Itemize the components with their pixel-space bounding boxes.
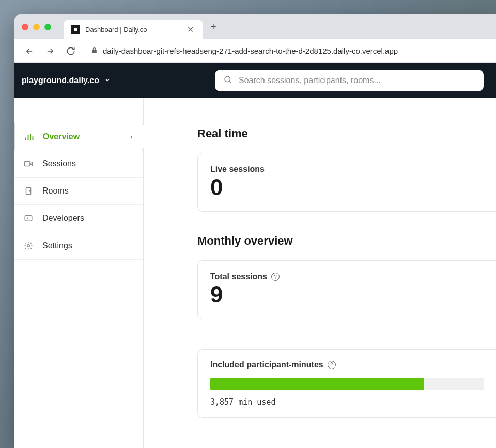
monthly-heading: Monthly overview	[197, 234, 496, 248]
arrow-right-icon: →	[126, 132, 134, 141]
main-content: Real time Live sessions 0 Monthly overvi…	[144, 98, 496, 448]
participant-minutes-label-text: Included participant-minutes	[210, 360, 323, 370]
forward-button[interactable]	[42, 43, 58, 59]
url-field[interactable]: daily-dashboar-git-refs-headseng-271-add…	[84, 43, 489, 59]
chevron-down-icon	[104, 77, 111, 85]
progress-bar	[210, 378, 484, 390]
svg-point-3	[29, 190, 30, 191]
svg-rect-1	[25, 162, 30, 166]
search-container	[215, 70, 484, 91]
sidebar-item-label: Settings	[42, 241, 72, 250]
domain-selector[interactable]: playground.daily.co	[22, 76, 111, 85]
search-icon	[223, 75, 233, 86]
close-window-button[interactable]	[22, 24, 28, 30]
live-sessions-card: Live sessions 0	[197, 153, 496, 212]
top-bar: playground.daily.co	[14, 63, 496, 98]
door-icon	[24, 186, 34, 196]
search-input[interactable]	[239, 76, 475, 85]
app-body: Overview → Sessions Rooms	[14, 98, 496, 448]
gear-icon	[24, 241, 34, 250]
app-container: playground.daily.co	[14, 63, 496, 448]
participant-minutes-label: Included participant-minutes ?	[210, 360, 484, 370]
sidebar-item-settings[interactable]: Settings	[14, 232, 143, 260]
close-tab-button[interactable]: ✕	[185, 25, 196, 35]
sidebar-item-overview[interactable]: Overview →	[14, 123, 144, 150]
sidebar-item-developers[interactable]: Developers	[14, 205, 143, 232]
back-button[interactable]	[22, 43, 37, 59]
sidebar-item-label: Overview	[43, 132, 80, 141]
total-sessions-label-text: Total sessions	[210, 272, 267, 281]
terminal-icon	[24, 214, 34, 223]
sidebar-item-sessions[interactable]: Sessions	[14, 150, 143, 178]
chart-icon	[24, 132, 35, 141]
total-sessions-value: 9	[210, 282, 484, 307]
svg-point-0	[225, 76, 230, 82]
browser-tab[interactable]: Dashboard | Daily.co ✕	[64, 20, 203, 39]
realtime-heading: Real time	[197, 127, 496, 140]
url-text: daily-dashboar-git-refs-headseng-271-add…	[103, 46, 398, 55]
traffic-lights	[22, 24, 51, 30]
tab-title: Dashboard | Daily.co	[85, 26, 180, 34]
sidebar-item-rooms[interactable]: Rooms	[14, 178, 143, 205]
sidebar-item-label: Rooms	[42, 186, 69, 196]
sidebar-item-label: Developers	[42, 214, 84, 223]
minimize-window-button[interactable]	[33, 24, 40, 30]
favicon-icon	[71, 25, 80, 34]
total-sessions-card: Total sessions ? 9	[197, 260, 496, 319]
live-sessions-value: 0	[210, 175, 484, 200]
domain-label: playground.daily.co	[22, 76, 99, 85]
reload-button[interactable]	[63, 43, 79, 59]
minutes-used-text: 3,857 min used	[210, 397, 484, 407]
browser-window: Dashboard | Daily.co ✕ + daily-dashboar-…	[14, 14, 496, 448]
live-sessions-label: Live sessions	[210, 165, 484, 174]
new-tab-button[interactable]: +	[203, 21, 224, 33]
tab-bar: Dashboard | Daily.co ✕ +	[14, 14, 496, 39]
maximize-window-button[interactable]	[44, 24, 51, 30]
progress-fill	[210, 378, 424, 390]
info-icon[interactable]: ?	[271, 273, 280, 281]
search-box[interactable]	[215, 70, 484, 91]
address-bar: daily-dashboar-git-refs-headseng-271-add…	[14, 39, 496, 63]
sidebar: Overview → Sessions Rooms	[14, 98, 144, 448]
video-icon	[24, 159, 34, 168]
svg-point-5	[27, 245, 30, 247]
lock-icon	[91, 46, 98, 55]
sidebar-item-label: Sessions	[42, 159, 76, 168]
total-sessions-label: Total sessions ?	[210, 272, 484, 281]
info-icon[interactable]: ?	[328, 361, 336, 369]
participant-minutes-card: Included participant-minutes ? 3,857 min…	[197, 349, 496, 418]
